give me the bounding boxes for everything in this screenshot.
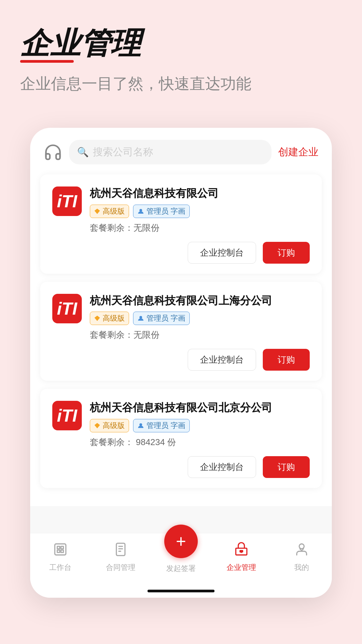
profile-icon xyxy=(294,542,309,560)
search-placeholder-text: 搜索公司名称 xyxy=(93,145,153,159)
svg-rect-11 xyxy=(116,543,125,556)
svg-rect-6 xyxy=(55,544,66,555)
svg-point-3 xyxy=(139,316,142,319)
tag-premium-1: 高级版 xyxy=(90,205,129,218)
nav-item-workbench[interactable]: 工作台 xyxy=(40,542,80,573)
fab-button[interactable]: + xyxy=(164,525,198,558)
search-input[interactable]: 🔍 搜索公司名称 xyxy=(69,140,272,164)
company-name-1: 杭州天谷信息科技有限公司 xyxy=(90,186,310,201)
tag-role-3: 管理员 字画 xyxy=(133,419,190,432)
control-button-3[interactable]: 企业控制台 xyxy=(188,456,256,478)
order-button-3[interactable]: 订购 xyxy=(263,456,310,478)
logo-text-2: iTI xyxy=(57,299,77,319)
bottom-indicator-area xyxy=(30,586,332,598)
company-info-2: 杭州天谷信息科技有限公司上海分公司 高级版 管理员 字画 套餐剩余：无限份 xyxy=(90,294,310,341)
search-icon: 🔍 xyxy=(77,147,89,158)
tag-role-1: 管理员 字画 xyxy=(133,205,190,218)
nav-label-profile: 我的 xyxy=(294,562,309,573)
company-list: iTI 杭州天谷信息科技有限公司 高级版 管理员 字画 套餐 xyxy=(30,171,332,506)
page-header: 企业管理 企业信息一目了然，快速直达功能 xyxy=(20,27,342,94)
company-quota-3: 套餐剩余： 984234 份 xyxy=(90,436,310,448)
nav-item-enterprise[interactable]: 企业管理 xyxy=(221,542,261,573)
nav-item-contract[interactable]: 合同管理 xyxy=(101,542,141,573)
nav-item-sign[interactable]: + 发起签署 xyxy=(161,541,201,574)
bottom-nav: 工作台 合同管理 + 发起签署 xyxy=(30,533,332,586)
company-logo-3: iTI xyxy=(52,401,82,430)
company-card-top-1: iTI 杭州天谷信息科技有限公司 高级版 管理员 字画 套餐 xyxy=(52,186,310,234)
nav-label-workbench: 工作台 xyxy=(49,562,71,573)
headset-icon[interactable] xyxy=(44,143,62,162)
company-actions-1: 企业控制台 订购 xyxy=(52,242,310,264)
company-logo-1: iTI xyxy=(52,186,82,216)
svg-rect-9 xyxy=(57,550,60,552)
company-card-2: iTI 杭州天谷信息科技有限公司上海分公司 高级版 管理员 字画 xyxy=(40,282,322,381)
company-card-1: iTI 杭州天谷信息科技有限公司 高级版 管理员 字画 套餐 xyxy=(40,174,322,274)
company-info-3: 杭州天谷信息科技有限公司北京分公司 高级版 管理员 字画 套餐剩余： 98423… xyxy=(90,401,310,448)
nav-label-contract: 合同管理 xyxy=(106,562,135,573)
create-enterprise-button[interactable]: 创建企业 xyxy=(278,145,318,159)
page-subtitle: 企业信息一目了然，快速直达功能 xyxy=(20,73,342,94)
company-card-top-2: iTI 杭州天谷信息科技有限公司上海分公司 高级版 管理员 字画 xyxy=(52,294,310,341)
nav-item-profile[interactable]: 我的 xyxy=(282,542,322,573)
company-name-2: 杭州天谷信息科技有限公司上海分公司 xyxy=(90,294,310,308)
svg-point-5 xyxy=(139,423,142,426)
svg-rect-17 xyxy=(240,550,243,552)
svg-rect-10 xyxy=(61,550,63,552)
order-button-2[interactable]: 订购 xyxy=(263,349,310,371)
company-actions-2: 企业控制台 订购 xyxy=(52,349,310,371)
company-tags-2: 高级版 管理员 字画 xyxy=(90,312,310,325)
control-button-2[interactable]: 企业控制台 xyxy=(188,349,256,371)
company-name-3: 杭州天谷信息科技有限公司北京分公司 xyxy=(90,401,310,415)
nav-label-sign: 发起签署 xyxy=(166,564,196,574)
svg-point-18 xyxy=(299,544,304,549)
svg-point-1 xyxy=(139,209,142,212)
company-tags-3: 高级版 管理员 字画 xyxy=(90,419,310,432)
company-quota-1: 套餐剩余：无限份 xyxy=(90,222,310,234)
enterprise-icon xyxy=(234,542,249,560)
fab-plus-icon: + xyxy=(176,533,186,550)
logo-text-3: iTI xyxy=(57,406,77,426)
tag-premium-3: 高级版 xyxy=(90,419,129,432)
workbench-icon xyxy=(53,542,68,560)
company-card-top-3: iTI 杭州天谷信息科技有限公司北京分公司 高级版 管理员 字画 xyxy=(52,401,310,448)
company-actions-3: 企业控制台 订购 xyxy=(52,456,310,478)
nav-label-enterprise: 企业管理 xyxy=(227,562,256,573)
contract-icon xyxy=(113,542,128,560)
company-card-3: iTI 杭州天谷信息科技有限公司北京分公司 高级版 管理员 字画 xyxy=(40,389,322,488)
company-quota-2: 套餐剩余：无限份 xyxy=(90,329,310,341)
svg-marker-0 xyxy=(95,208,100,214)
svg-marker-4 xyxy=(95,423,100,428)
svg-marker-2 xyxy=(95,316,100,321)
home-indicator xyxy=(147,590,215,592)
svg-rect-8 xyxy=(61,546,63,549)
company-logo-2: iTI xyxy=(52,294,82,323)
search-bar-area: 🔍 搜索公司名称 创建企业 xyxy=(30,128,332,171)
company-tags-1: 高级版 管理员 字画 xyxy=(90,205,310,218)
logo-text-1: iTI xyxy=(57,191,77,211)
page-title: 企业管理 xyxy=(20,27,141,60)
phone-frame: 🔍 搜索公司名称 创建企业 iTI 杭州天谷信息科技有限公司 高级版 xyxy=(30,128,332,598)
order-button-1[interactable]: 订购 xyxy=(263,242,310,264)
tag-premium-2: 高级版 xyxy=(90,312,129,325)
svg-rect-7 xyxy=(57,546,60,549)
company-info-1: 杭州天谷信息科技有限公司 高级版 管理员 字画 套餐剩余：无限份 xyxy=(90,186,310,234)
tag-role-2: 管理员 字画 xyxy=(133,312,190,325)
control-button-1[interactable]: 企业控制台 xyxy=(188,242,256,264)
